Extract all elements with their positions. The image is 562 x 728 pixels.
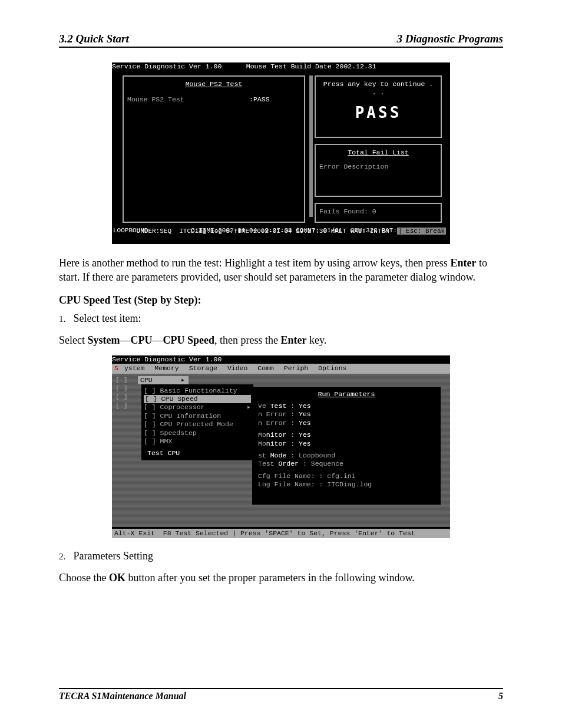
params-header: Run Parameters — [318, 390, 375, 398]
menu-periph[interactable]: Periph — [284, 364, 308, 372]
scr2-checkbox-col: [ ] [ ] [ ] [ ] — [115, 376, 128, 410]
para-run-test-method: Here is another method to run the test: … — [59, 256, 503, 285]
param-monitor-2: Monitor : Yes — [258, 440, 435, 448]
sub-footer: Test CPU — [144, 449, 251, 457]
chevron-right-icon: ▸ — [181, 376, 185, 384]
scr1-status-line-2: ORDER:SEQ ITCDiag.log S.TIME:2002-01-04 … — [113, 219, 449, 243]
page-footer: TECRA S1Maintenance Manual 5 — [59, 688, 503, 701]
header-right: 3 Diagnostic Programs — [396, 32, 503, 45]
step-2-num: 2. — [59, 552, 71, 562]
scr1-press-key-msg: Press any key to continue . . . — [319, 80, 437, 97]
scr1-fail-cols: Error Description — [319, 163, 437, 171]
scr1-left-panel: Mouse PS2 Test Mouse PS2 Test :PASS — [123, 75, 305, 223]
step-1-num: 1. — [59, 314, 71, 324]
scr1-status-2a: ORDER:SEQ ITCDiag.log S.TIME:2002-01-04 … — [137, 228, 397, 235]
scr1-test-result: :PASS — [249, 95, 270, 103]
sub-cpu-protected[interactable]: [ ] CPU Protected Mode — [144, 420, 251, 429]
chk-4[interactable]: [ ] — [115, 401, 128, 410]
step-2: 2. Parameters Setting — [59, 550, 503, 562]
chk-1[interactable]: [ ] — [115, 376, 128, 384]
step-1-text: Select test item: — [74, 312, 141, 324]
screenshot-cpu-menu: Service Diagnostic Ver 1.00 SSystemystem… — [112, 355, 450, 538]
menu-storage[interactable]: Storage — [189, 364, 217, 372]
page-header: 3.2 Quick Start 3 Diagnostic Programs — [59, 32, 503, 48]
scr2-title: Service Diagnostic Ver 1.00 — [112, 355, 450, 364]
scr1-title-left: Service Diagnostic Ver 1.00 — [112, 62, 222, 70]
scr2-run-params: Run Parameters ve Test : Yes n Error : Y… — [252, 387, 441, 505]
menu-comm[interactable]: Comm — [257, 364, 274, 372]
scr2-cpu-label: CPU — [140, 376, 153, 384]
param-cfg-file: Cfg File Name: : cfg.ini — [258, 472, 435, 480]
screenshot-mouse-test: Service Diagnostic Ver 1.00 Mouse Test B… — [112, 62, 450, 244]
scr1-test-row: Mouse PS2 Test :PASS — [127, 95, 300, 104]
scr2-cpu-submenu: [ ] Basic Functionality [ ] CPU Speed [ … — [141, 384, 253, 460]
scr2-footer-bar: Alt-X Exit F8 Test Selected | Press 'SPA… — [112, 529, 450, 538]
menu-memory[interactable]: Memory — [154, 364, 178, 372]
sub-coprocessor[interactable]: [ ] Coprocessor▸ — [144, 403, 251, 411]
param-error-2: n Error : Yes — [258, 419, 435, 427]
scr1-esc-break[interactable]: | Esc: Break — [397, 228, 446, 235]
param-test: ve Test : Yes — [258, 402, 435, 410]
param-monitor-1: Monitor : Yes — [258, 431, 435, 439]
step-2-instruction: Choose the OK button after you set the p… — [59, 571, 503, 585]
param-mode: st Mode : Loopbound — [258, 452, 435, 460]
footer-page-num: 5 — [498, 691, 503, 701]
scr2-cpu-menu-row[interactable]: CPU ▸ — [138, 376, 189, 384]
param-order: Test Order : Sequence — [258, 460, 435, 468]
footer-manual: TECRA S1Maintenance Manual — [59, 691, 186, 701]
chk-3[interactable]: [ ] — [115, 393, 128, 401]
scr1-titlebar: Service Diagnostic Ver 1.00 Mouse Test B… — [112, 62, 450, 71]
step-1-instruction: Select System—CPU—CPU Speed, then press … — [59, 333, 503, 347]
scr1-big-pass: PASS — [319, 103, 437, 123]
cpu-speed-heading: CPU Speed Test (Step by Step): — [59, 294, 503, 307]
scr1-title-right: Mouse Test Build Date 2002.12.31 — [246, 62, 376, 70]
chevron-right-icon: ▸ — [247, 403, 251, 411]
sub-cpu-info[interactable]: [ ] CPU Information — [144, 412, 251, 420]
param-log-file: Log File Name: : ITCDiag.log — [258, 480, 435, 489]
chk-2[interactable]: [ ] — [115, 384, 128, 393]
step-2-text: Parameters Setting — [74, 550, 153, 562]
header-left: 3.2 Quick Start — [59, 32, 129, 45]
scr1-fails-found: Fails Found: 0 — [319, 207, 437, 216]
sub-mmx[interactable]: [ ] MMX — [144, 437, 251, 446]
scr1-fail-list-header: Total Fail List — [319, 149, 437, 157]
scr2-menubar[interactable]: SSystemystem Memory Storage Video Comm P… — [112, 364, 450, 373]
enter-key-ref: Enter — [450, 257, 476, 269]
sub-basic-func[interactable]: [ ] Basic Functionality — [144, 387, 251, 395]
sub-speedstep[interactable]: [ ] Speedstep — [144, 429, 251, 437]
menu-video[interactable]: Video — [227, 364, 248, 372]
sub-cpu-speed[interactable]: [ ] CPU Speed — [144, 395, 251, 403]
menu-options[interactable]: Options — [318, 364, 346, 372]
param-error-1: n Error : Yes — [258, 410, 435, 419]
menu-system[interactable]: SSystemystem — [114, 364, 144, 372]
scr1-fail-list-panel: Total Fail List Error Description — [315, 144, 442, 197]
scr1-test-label: Mouse PS2 Test — [127, 95, 184, 103]
step-1: 1. Select test item: — [59, 312, 503, 325]
scr1-right-top-panel: Press any key to continue . . . PASS — [315, 75, 442, 138]
scr1-panel-title: Mouse PS2 Test — [127, 80, 300, 88]
scr1-scrollbar[interactable] — [309, 75, 313, 217]
